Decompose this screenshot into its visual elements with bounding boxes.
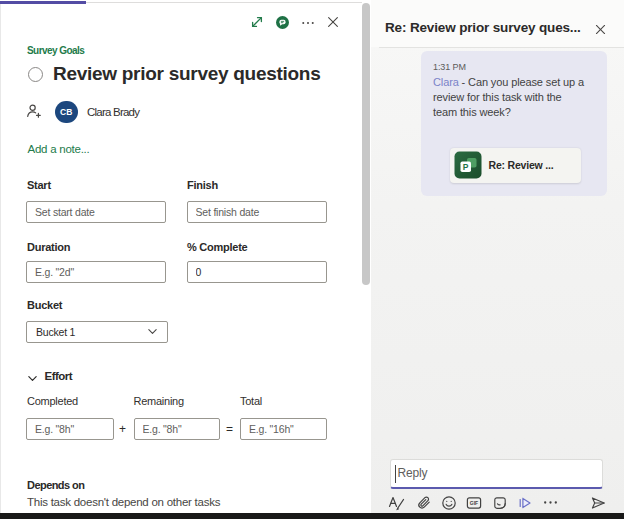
chevron-down-icon — [147, 326, 158, 337]
task-title[interactable]: Review prior survey questions — [53, 63, 320, 85]
bucket-value: Bucket 1 — [27, 326, 147, 338]
assign-person-icon[interactable] — [26, 103, 42, 119]
completed-label: Completed — [27, 395, 78, 407]
start-label: Start — [27, 179, 51, 191]
percent-complete-input[interactable] — [187, 261, 327, 283]
format-icon[interactable] — [388, 495, 405, 511]
breadcrumb[interactable]: Survey Goals — [27, 45, 84, 56]
svg-text:GIF: GIF — [470, 500, 478, 506]
expand-icon[interactable] — [250, 15, 264, 29]
effort-completed-input[interactable] — [26, 418, 114, 440]
effort-total-input[interactable] — [240, 418, 327, 440]
duration-label: Duration — [27, 241, 70, 253]
duration-input[interactable] — [26, 261, 166, 283]
total-label: Total — [240, 395, 262, 407]
percent-complete-label: % Complete — [187, 241, 247, 253]
bucket-dropdown[interactable]: Bucket 1 — [26, 321, 168, 343]
stream-icon[interactable] — [517, 495, 533, 511]
chat-close-icon[interactable] — [594, 23, 607, 36]
gif-icon[interactable]: GIF — [466, 495, 482, 511]
chat-header-divider — [379, 47, 624, 48]
send-icon[interactable] — [590, 495, 606, 511]
message-line-1: - Can you please set up a — [459, 76, 584, 88]
message-timestamp: 1:31 PM — [433, 62, 466, 72]
panel-scrollbar[interactable] — [362, 3, 370, 285]
message-line-3: team this week? — [433, 106, 511, 118]
task-link-card[interactable]: P Re: Review ... — [450, 148, 582, 183]
panel-top-accent — [0, 1, 86, 4]
reply-placeholder: Reply — [398, 466, 428, 480]
complete-task-circle[interactable] — [28, 67, 43, 82]
chat-message-bubble: 1:31 PM Clara - Can you please set up a … — [421, 51, 608, 196]
panel-top-border — [86, 2, 362, 3]
bucket-label: Bucket — [27, 299, 62, 311]
effort-remaining-input[interactable] — [134, 418, 221, 440]
effort-collapse-chevron-icon[interactable] — [27, 373, 38, 384]
finish-date-input[interactable] — [187, 201, 327, 223]
app-window: Survey Goals Review prior survey questio… — [0, 0, 624, 519]
emoji-icon[interactable] — [441, 495, 457, 511]
equals-operator: = — [226, 422, 233, 436]
taskbar-strip — [0, 513, 624, 519]
plus-operator: + — [119, 422, 126, 436]
start-date-input[interactable] — [26, 201, 166, 223]
svg-text:P: P — [462, 162, 468, 172]
attach-icon[interactable] — [416, 495, 432, 511]
task-link-card-title: Re: Review ... — [489, 159, 554, 171]
finish-label: Finish — [187, 179, 218, 191]
panel-left-edge — [0, 3, 1, 513]
remaining-label: Remaining — [134, 395, 184, 407]
depends-on-text: This task doesn't depend on other tasks — [27, 496, 220, 508]
sticker-icon[interactable] — [492, 495, 508, 511]
chat-bubble-icon[interactable] — [276, 16, 289, 29]
effort-section-title[interactable]: Effort — [45, 370, 73, 382]
mention-clara[interactable]: Clara — [433, 76, 459, 88]
more-ellipsis-icon[interactable] — [301, 16, 315, 30]
compose-more-icon[interactable] — [543, 497, 558, 508]
planner-app-icon: P — [454, 151, 482, 179]
chat-header-title: Re: Review prior survey ques... — [385, 20, 581, 35]
avatar[interactable]: CB — [55, 101, 78, 124]
add-note-link[interactable]: Add a note... — [28, 143, 90, 155]
assignee-name: Clara Brady — [87, 106, 139, 118]
depends-on-label: Depends on — [27, 479, 84, 491]
message-line-2: review for this task with the — [433, 91, 562, 103]
text-caret — [395, 465, 396, 483]
message-text: Clara - Can you please set up a review f… — [433, 75, 584, 121]
close-icon[interactable] — [326, 15, 340, 29]
